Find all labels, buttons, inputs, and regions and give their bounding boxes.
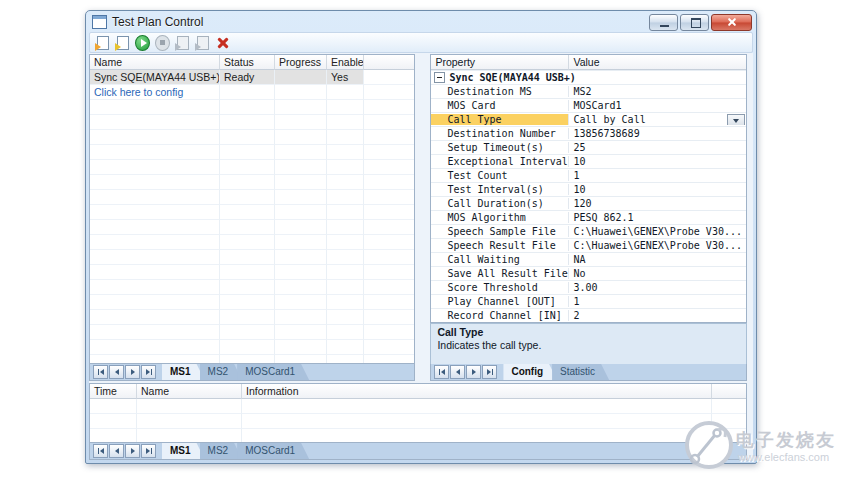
property-label: Call Waiting xyxy=(431,254,569,265)
property-value: 13856738689 xyxy=(569,128,746,139)
property-value: No xyxy=(569,268,746,279)
log-tab-moscard1[interactable]: MOSCard1 xyxy=(237,443,309,459)
collapse-icon[interactable] xyxy=(434,72,445,83)
col-enable[interactable]: Enable xyxy=(327,55,364,70)
property-row[interactable]: Call Duration(s)120 xyxy=(431,197,746,211)
refresh-icon[interactable] xyxy=(195,35,210,50)
log-table-body xyxy=(90,399,746,443)
property-description: Call Type Indicates the call type. xyxy=(430,323,747,364)
nav-prev-button[interactable] xyxy=(109,444,124,458)
test-plan-control-window: Test Plan Control N xyxy=(85,10,757,464)
close-button[interactable] xyxy=(711,14,752,31)
property-row[interactable]: Call TypeCall by Call xyxy=(431,113,746,127)
col-status[interactable]: Status xyxy=(220,55,275,70)
property-value: 25 xyxy=(569,142,746,153)
maximize-button[interactable] xyxy=(680,14,709,31)
property-row[interactable]: Exceptional Interval(s)10 xyxy=(431,155,746,169)
content-area: Name Status Progress Enable Sync SQE(MAY… xyxy=(89,53,753,460)
table-row[interactable]: Click here to config xyxy=(90,85,414,100)
property-value: MOSCard1 xyxy=(569,100,746,111)
property-row[interactable]: Record Channel [IN]2 xyxy=(431,309,746,323)
tab-nav-buttons xyxy=(433,364,503,380)
nav-prev-button[interactable] xyxy=(109,365,124,379)
property-row[interactable]: Destination MSMS2 xyxy=(431,85,746,99)
property-group-row[interactable]: Sync SQE(MAYA44 USB+) xyxy=(431,71,746,85)
property-label: Score Threshold xyxy=(431,282,569,293)
plan-table-header: Name Status Progress Enable xyxy=(90,55,414,70)
property-label: Test Interval(s) xyxy=(431,184,569,195)
empty-row xyxy=(90,220,414,235)
tab-config[interactable]: Config xyxy=(503,364,557,380)
test-plan-pane: Name Status Progress Enable Sync SQE(MAY… xyxy=(89,54,415,381)
property-row[interactable]: Call WaitingNA xyxy=(431,253,746,267)
property-row[interactable]: Score Threshold3.00 xyxy=(431,281,746,295)
nav-first-button[interactable] xyxy=(93,365,108,379)
table-row[interactable]: Sync SQE(MAYA44 USB+)ReadyYes xyxy=(90,70,414,85)
col-log-name[interactable]: Name xyxy=(137,384,242,399)
col-progress[interactable]: Progress xyxy=(275,55,327,70)
property-row[interactable]: Play Channel [OUT]1 xyxy=(431,295,746,309)
nav-last-button[interactable] xyxy=(482,365,497,379)
col-value: Value xyxy=(569,55,746,70)
property-value: NA xyxy=(569,254,746,265)
col-name[interactable]: Name xyxy=(90,55,220,70)
nav-last-button[interactable] xyxy=(141,365,156,379)
stop-icon[interactable] xyxy=(155,35,170,50)
tab-statistic[interactable]: Statistic xyxy=(552,364,609,380)
property-row[interactable]: Test Count1 xyxy=(431,169,746,183)
open-plan-icon[interactable] xyxy=(95,35,110,50)
property-row[interactable]: Test Interval(s)10 xyxy=(431,183,746,197)
empty-row xyxy=(90,235,414,250)
step-icon[interactable] xyxy=(175,35,190,50)
log-tabbar: MS1MS2MOSCard1 xyxy=(89,443,747,460)
save-plan-icon[interactable] xyxy=(115,35,130,50)
property-value: 10 xyxy=(569,184,746,195)
property-label: Play Channel [OUT] xyxy=(431,296,569,307)
empty-row xyxy=(90,175,414,190)
empty-row xyxy=(90,414,746,429)
property-label: Destination MS xyxy=(431,86,569,97)
start-icon[interactable] xyxy=(135,35,150,50)
property-row[interactable]: Save All Result FileNo xyxy=(431,267,746,281)
empty-row xyxy=(90,429,746,443)
col-information[interactable]: Information xyxy=(242,384,712,399)
nav-next-button[interactable] xyxy=(466,365,481,379)
log-pane: Time Name Information MS1MS2MOSCard1 xyxy=(89,383,747,460)
empty-row xyxy=(90,280,414,295)
nav-first-button[interactable] xyxy=(93,444,108,458)
property-row[interactable]: Destination Number13856738689 xyxy=(431,127,746,141)
log-table: Time Name Information xyxy=(89,383,747,443)
log-tab-ms2[interactable]: MS2 xyxy=(200,443,243,459)
tab-ms2[interactable]: MS2 xyxy=(200,364,243,380)
property-row[interactable]: Setup Timeout(s)25 xyxy=(431,141,746,155)
log-table-header: Time Name Information xyxy=(90,384,746,399)
col-time[interactable]: Time xyxy=(90,384,137,399)
property-row[interactable]: Speech Sample FileC:\Huawei\GENEX\Probe … xyxy=(431,225,746,239)
dropdown-button[interactable] xyxy=(727,114,745,125)
property-label: Exceptional Interval(s) xyxy=(431,156,569,167)
nav-next-button[interactable] xyxy=(125,444,140,458)
maximize-icon xyxy=(691,18,701,28)
property-label: Call Duration(s) xyxy=(431,198,569,209)
elecfans-logo xyxy=(684,420,734,470)
property-row[interactable]: MOS CardMOSCard1 xyxy=(431,99,746,113)
property-value: 2 xyxy=(569,310,746,321)
title-bar[interactable]: Test Plan Control xyxy=(86,11,756,32)
nav-next-button[interactable] xyxy=(125,365,140,379)
empty-row xyxy=(90,265,414,280)
tab-ms1[interactable]: MS1 xyxy=(162,364,205,380)
minimize-button[interactable] xyxy=(649,14,678,31)
property-grid-body: Destination MSMS2MOS CardMOSCard1Call Ty… xyxy=(431,85,746,323)
property-value: 10 xyxy=(569,156,746,167)
nav-prev-button[interactable] xyxy=(450,365,465,379)
app-icon xyxy=(92,15,107,29)
empty-row xyxy=(90,145,414,160)
nav-first-button[interactable] xyxy=(434,365,449,379)
property-row[interactable]: Speech Result FileC:\Huawei\GENEX\Probe … xyxy=(431,239,746,253)
nav-last-button[interactable] xyxy=(141,444,156,458)
property-row[interactable]: MOS AlgorithmPESQ 862.1 xyxy=(431,211,746,225)
tab-moscard1[interactable]: MOSCard1 xyxy=(237,364,309,380)
property-pane: Property Value Sync SQE(MAYA44 USB+) Des… xyxy=(430,54,747,381)
delete-icon[interactable] xyxy=(215,35,230,50)
log-tab-ms1[interactable]: MS1 xyxy=(162,443,205,459)
